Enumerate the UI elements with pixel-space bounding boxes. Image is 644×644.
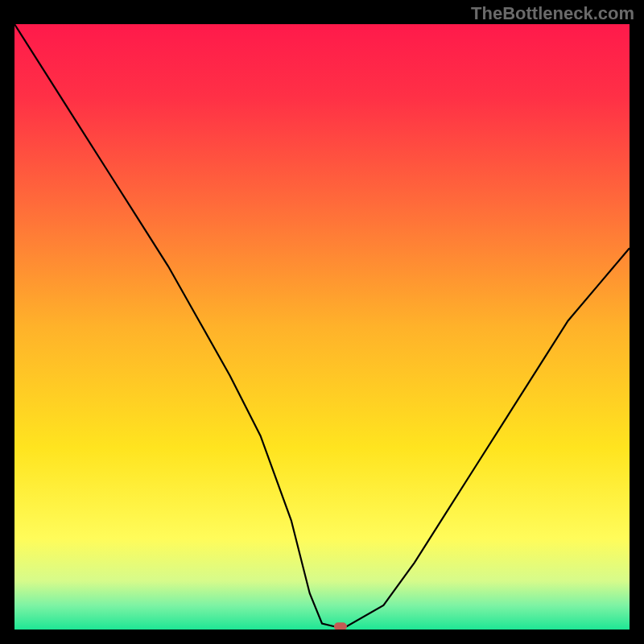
bottleneck-chart [14,24,630,630]
current-point-marker [334,622,347,630]
chart-background [14,24,630,630]
watermark-label: TheBottleneck.com [471,3,634,24]
chart-frame [14,24,630,630]
